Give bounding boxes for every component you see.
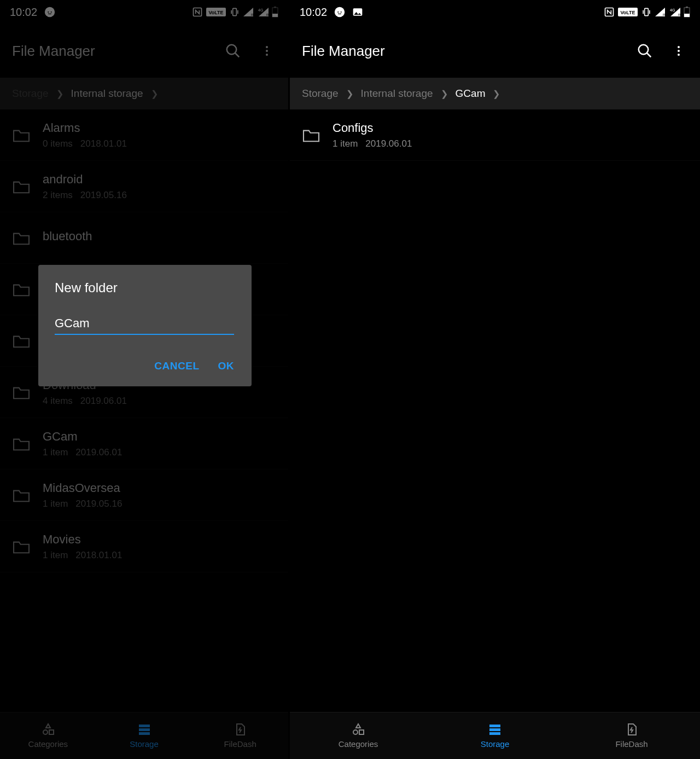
- svg-rect-30: [645, 8, 649, 15]
- crumb-internal[interactable]: Internal storage: [361, 88, 433, 100]
- new-folder-dialog: New folder CANCEL OK: [38, 265, 252, 386]
- search-button[interactable]: [635, 42, 654, 60]
- nav-storage[interactable]: Storage: [427, 712, 563, 759]
- search-icon: [637, 43, 653, 59]
- svg-line-38: [647, 53, 651, 57]
- signal-2-icon: 4GR: [668, 8, 680, 16]
- svg-point-25: [341, 11, 342, 13]
- image-icon: [352, 7, 363, 17]
- bottom-nav: Categories Storage FileDash: [290, 712, 700, 759]
- nfc-icon: [604, 7, 615, 18]
- svg-point-37: [639, 45, 649, 55]
- storage-icon: [487, 723, 503, 736]
- svg-point-39: [678, 46, 680, 48]
- more-button[interactable]: [669, 42, 688, 60]
- battery-icon: [684, 7, 690, 18]
- app-bar: File Manager: [290, 24, 700, 78]
- svg-point-41: [678, 54, 680, 56]
- svg-point-23: [335, 7, 345, 17]
- folder-name-input[interactable]: [55, 314, 234, 335]
- status-bar: 10:02 VoLTE R 4GR: [290, 0, 700, 24]
- more-vert-icon: [672, 44, 685, 57]
- svg-rect-44: [489, 725, 500, 727]
- folder-icon: [302, 128, 320, 143]
- nav-categories[interactable]: Categories: [290, 712, 427, 759]
- chevron-right-icon: ❯: [493, 89, 500, 99]
- svg-text:VoLTE: VoLTE: [620, 10, 635, 15]
- svg-rect-36: [686, 7, 688, 8]
- svg-text:4G: 4G: [670, 8, 675, 12]
- right-screenshot: 10:02 VoLTE R 4GR File Manager: [290, 0, 700, 759]
- reddit-icon: [334, 6, 346, 18]
- chevron-right-icon: ❯: [441, 89, 448, 99]
- crumb-storage[interactable]: Storage: [302, 88, 339, 100]
- left-screenshot: 10:02 VoLTE R 4GR File Manager Storage: [0, 0, 289, 759]
- svg-rect-46: [489, 732, 500, 735]
- nav-filedash[interactable]: FileDash: [563, 712, 700, 759]
- app-title: File Manager: [302, 43, 385, 60]
- signal-1-icon: R: [655, 8, 665, 16]
- svg-rect-43: [359, 730, 364, 734]
- breadcrumb: Storage ❯ Internal storage ❯ GCam ❯: [290, 78, 700, 109]
- list-item[interactable]: Configs1 item2019.06.01: [290, 109, 700, 161]
- filedash-icon: [624, 723, 639, 736]
- svg-point-40: [678, 50, 680, 52]
- cancel-button[interactable]: CANCEL: [153, 357, 200, 375]
- file-list[interactable]: Configs1 item2019.06.01: [290, 109, 700, 712]
- svg-point-24: [337, 11, 339, 13]
- status-time: 10:02: [300, 6, 327, 19]
- vibrate-icon: [641, 7, 652, 18]
- svg-text:R: R: [678, 13, 680, 16]
- dialog-title: New folder: [55, 280, 235, 296]
- crumb-gcam[interactable]: GCam: [456, 88, 486, 100]
- ok-button[interactable]: OK: [217, 357, 236, 375]
- svg-text:R: R: [663, 13, 665, 16]
- svg-point-42: [353, 730, 358, 734]
- svg-rect-45: [489, 728, 500, 731]
- categories-icon: [351, 723, 366, 736]
- chevron-right-icon: ❯: [346, 89, 353, 99]
- svg-rect-35: [684, 14, 690, 17]
- volte-icon: VoLTE: [618, 8, 638, 16]
